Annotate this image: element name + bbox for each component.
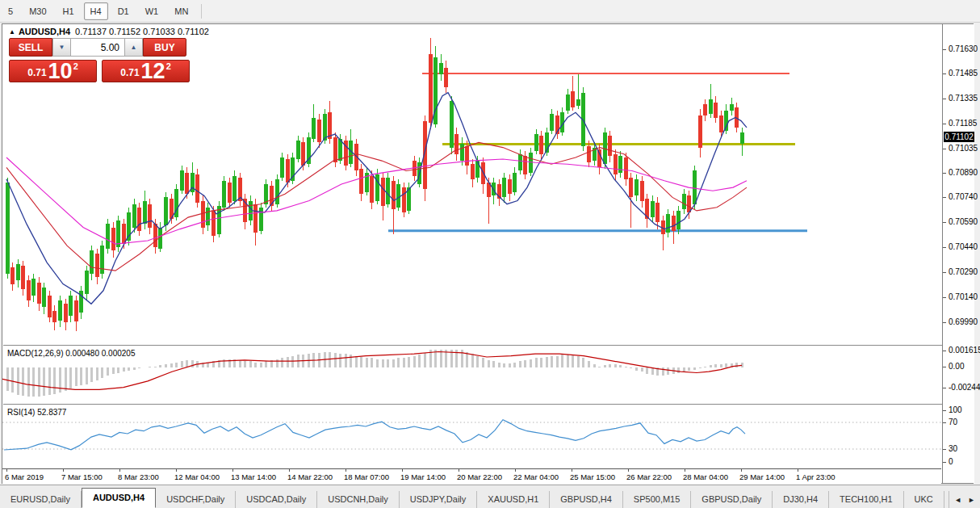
candle-body (740, 132, 744, 144)
candle-body (132, 204, 136, 228)
timeframe-button-h1[interactable]: H1 (57, 2, 81, 20)
timeframe-button-m30[interactable]: M30 (23, 2, 52, 20)
chart-tab-dj30-h4[interactable]: DJ30,H4 (773, 491, 829, 508)
chart-tab-gbpusd-h4[interactable]: GBPUSD,H4 (550, 491, 623, 508)
macd-label: MACD(12,26,9) 0.000480 0.000205 (7, 349, 135, 358)
timeframe-button-h4[interactable]: H4 (84, 2, 108, 20)
rsi-label: RSI(14) 52.8377 (7, 408, 66, 417)
price-axis-label: 0.70440 (949, 242, 978, 251)
candle-body (682, 194, 686, 209)
panel-separator[interactable] (3, 404, 942, 405)
candle-body (698, 115, 702, 147)
rsi-indicator-canvas[interactable] (2, 407, 941, 468)
candle-body (6, 183, 10, 274)
macd-indicator-canvas[interactable] (2, 348, 941, 403)
chart-tab-tech100-h1[interactable]: TECH100,H1 (829, 491, 903, 508)
chart-tab-bar: EURUSD,DailyAUDUSD,H4USDCHF,DailyUSDCAD,… (0, 485, 980, 508)
candle-body (608, 136, 612, 156)
candle-body (471, 164, 475, 179)
chart-tab-ukc[interactable]: UKC (904, 491, 944, 508)
time-tick-mark (402, 469, 403, 472)
time-axis[interactable]: 6 Mar 20197 Mar 15:008 Mar 23:0012 Mar 0… (2, 468, 941, 484)
collapse-triangle-icon[interactable]: ▲ (9, 28, 15, 36)
price-axis-label: 0.70890 (949, 168, 978, 177)
rsi-tick-mark (943, 422, 946, 423)
candle-body (180, 170, 184, 191)
price-axis-label: 0.70590 (949, 217, 978, 226)
candle-body (52, 311, 57, 322)
price-tick-mark (943, 322, 946, 323)
candle-body (655, 203, 660, 223)
candle-body (31, 279, 36, 296)
scroll-tabs-left-icon[interactable]: ◄ (954, 496, 961, 504)
trading-platform-window: 5M30H1H4D1W1MN ▲AUDUSD,H40.71137 0.71152… (0, 0, 980, 508)
rsi-line (4, 420, 745, 450)
macd-tick-mark (943, 351, 946, 351)
rsi-axis-label: 70 (949, 418, 957, 426)
time-axis-label: 12 Mar 04:00 (174, 472, 220, 481)
time-tick-mark (119, 469, 120, 472)
candle-body (703, 104, 707, 115)
price-tick-mark (943, 49, 946, 50)
candle-body (37, 283, 41, 304)
timeframe-button-w1[interactable]: W1 (139, 2, 165, 20)
candle-body (550, 114, 554, 131)
time-tick-mark (63, 469, 64, 472)
chart-window: ▲AUDUSD,H40.71137 0.71152 0.71033 0.7110… (2, 23, 974, 484)
price-axis[interactable]: 0.71102 0.716300.714850.713350.711850.71… (942, 24, 974, 483)
time-axis-label: 18 Mar 07:00 (344, 472, 389, 481)
candle-body (444, 68, 448, 88)
price-tick-mark (943, 247, 946, 248)
time-tick-mark (515, 469, 516, 472)
candle-body (518, 154, 522, 171)
scroll-tabs-right-icon[interactable]: ► (968, 496, 975, 504)
time-axis-label: 6 Mar 2019 (5, 472, 44, 481)
candle-body (137, 208, 141, 231)
candle-body (676, 211, 681, 229)
timeframe-button-mn[interactable]: MN (168, 2, 195, 20)
chart-tab-usdcnh-daily[interactable]: USDCNH,Daily (317, 491, 400, 508)
candle-body (222, 181, 226, 208)
candle-body (286, 159, 290, 183)
time-tick-mark (459, 469, 459, 472)
chart-tab-usdjpy-daily[interactable]: USDJPY,Daily (400, 491, 478, 508)
chart-tab-eurusd-daily[interactable]: EURUSD,Daily (0, 491, 82, 508)
time-axis-label: 26 Mar 22:00 (626, 472, 672, 481)
time-tick-mark (289, 469, 290, 472)
candle-body (597, 149, 601, 168)
candle-body (539, 136, 543, 154)
time-axis-label: 13 Mar 14:00 (231, 472, 276, 481)
candle-body (402, 187, 406, 212)
main-chart-canvas[interactable] (2, 37, 941, 345)
rsi-axis-label: 30 (949, 444, 957, 453)
candle-body (534, 134, 538, 151)
time-tick-mark (572, 469, 572, 472)
candle-body (370, 176, 374, 203)
timeframe-toolbar: 5M30H1H4D1W1MN (0, 0, 980, 23)
rsi-axis-label: 100 (949, 405, 962, 414)
time-tick-mark (798, 469, 798, 472)
candle-body (634, 179, 639, 196)
chart-tab-usdchf-daily[interactable]: USDCHF,Daily (156, 491, 236, 508)
chart-tab-usdcad-daily[interactable]: USDCAD,Daily (236, 491, 317, 508)
timeframe-button-d1[interactable]: D1 (111, 2, 136, 20)
candle-body (719, 115, 723, 132)
price-tick-mark (943, 124, 946, 124)
chart-tab-xauusd-h1[interactable]: XAUUSD,H1 (477, 491, 550, 508)
chart-tab-sp500-m15[interactable]: SP500,M15 (623, 491, 691, 508)
price-axis-label: 0.70140 (949, 292, 978, 301)
chart-tab-audusd-h4[interactable]: AUDUSD,H4 (82, 488, 156, 508)
candle-body (95, 254, 99, 277)
price-tick-mark (943, 73, 946, 74)
candle-body (211, 211, 216, 236)
candle-body (69, 296, 73, 316)
candle-body (439, 63, 443, 74)
rsi-axis-label: 0 (949, 457, 953, 466)
timeframe-button-5[interactable]: 5 (2, 2, 19, 20)
price-axis-label: 0.71035 (949, 144, 978, 153)
rsi-tick-mark (943, 462, 946, 463)
chart-tab-gbpusd-daily[interactable]: GBPUSD,Daily (691, 491, 773, 508)
panel-separator[interactable] (3, 345, 942, 346)
time-tick-mark (176, 469, 177, 472)
rsi-tick-mark (943, 410, 946, 411)
